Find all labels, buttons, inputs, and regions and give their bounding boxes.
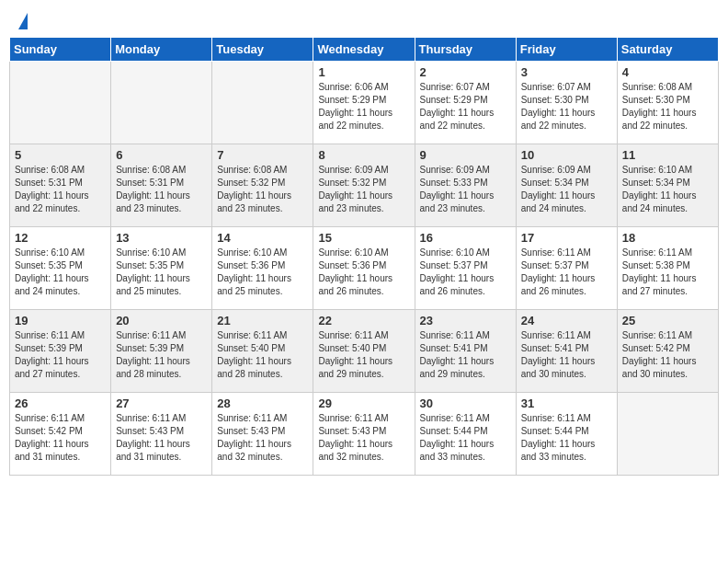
day-info: Sunrise: 6:10 AMSunset: 5:35 PMDaylight:… — [116, 247, 207, 298]
day-number: 2 — [420, 65, 511, 79]
weekday-header: Sunday — [10, 38, 111, 62]
calendar-day-cell: 2Sunrise: 6:07 AMSunset: 5:29 PMDaylight… — [415, 62, 516, 144]
day-info: Sunrise: 6:06 AMSunset: 5:29 PMDaylight:… — [318, 81, 409, 132]
calendar-week-row: 12Sunrise: 6:10 AMSunset: 5:35 PMDayligh… — [10, 227, 719, 310]
day-number: 27 — [116, 396, 207, 410]
calendar-day-cell: 28Sunrise: 6:11 AMSunset: 5:43 PMDayligh… — [212, 393, 313, 476]
day-number: 8 — [318, 148, 409, 162]
day-info: Sunrise: 6:08 AMSunset: 5:31 PMDaylight:… — [116, 164, 207, 215]
calendar-day-cell: 30Sunrise: 6:11 AMSunset: 5:44 PMDayligh… — [415, 393, 516, 476]
day-number: 9 — [420, 148, 511, 162]
calendar-week-row: 5Sunrise: 6:08 AMSunset: 5:31 PMDaylight… — [10, 144, 719, 227]
day-number: 23 — [420, 314, 511, 327]
calendar-day-cell: 16Sunrise: 6:10 AMSunset: 5:37 PMDayligh… — [415, 227, 516, 310]
day-info: Sunrise: 6:11 AMSunset: 5:43 PMDaylight:… — [116, 412, 207, 464]
day-info: Sunrise: 6:08 AMSunset: 5:30 PMDaylight:… — [622, 81, 713, 132]
day-number: 30 — [420, 396, 511, 410]
calendar-day-cell: 22Sunrise: 6:11 AMSunset: 5:40 PMDayligh… — [313, 310, 415, 393]
weekday-header: Monday — [111, 38, 212, 62]
calendar-header-row: SundayMondayTuesdayWednesdayThursdayFrid… — [10, 38, 719, 62]
day-info: Sunrise: 6:11 AMSunset: 5:40 PMDaylight:… — [318, 329, 409, 381]
calendar-day-cell: 15Sunrise: 6:10 AMSunset: 5:36 PMDayligh… — [313, 227, 415, 310]
page-header — [9, 9, 719, 29]
calendar-day-cell: 4Sunrise: 6:08 AMSunset: 5:30 PMDaylight… — [617, 62, 718, 144]
day-info: Sunrise: 6:11 AMSunset: 5:39 PMDaylight:… — [116, 329, 207, 381]
calendar-day-cell: 19Sunrise: 6:11 AMSunset: 5:39 PMDayligh… — [10, 310, 111, 393]
calendar-day-cell: 1Sunrise: 6:06 AMSunset: 5:29 PMDaylight… — [313, 62, 415, 144]
day-info: Sunrise: 6:09 AMSunset: 5:33 PMDaylight:… — [420, 164, 511, 215]
day-number: 19 — [15, 314, 106, 327]
calendar-week-row: 26Sunrise: 6:11 AMSunset: 5:42 PMDayligh… — [10, 393, 719, 476]
day-number: 12 — [15, 231, 106, 245]
day-number: 5 — [15, 148, 106, 162]
day-number: 16 — [420, 231, 511, 245]
calendar-table: SundayMondayTuesdayWednesdayThursdayFrid… — [9, 37, 719, 476]
day-info: Sunrise: 6:11 AMSunset: 5:42 PMDaylight:… — [622, 329, 713, 381]
calendar-week-row: 1Sunrise: 6:06 AMSunset: 5:29 PMDaylight… — [10, 62, 719, 144]
day-info: Sunrise: 6:11 AMSunset: 5:44 PMDaylight:… — [521, 412, 612, 464]
calendar-day-cell: 25Sunrise: 6:11 AMSunset: 5:42 PMDayligh… — [617, 310, 718, 393]
day-number: 20 — [116, 314, 207, 327]
day-info: Sunrise: 6:11 AMSunset: 5:42 PMDaylight:… — [15, 412, 106, 464]
calendar-day-cell: 5Sunrise: 6:08 AMSunset: 5:31 PMDaylight… — [10, 144, 111, 227]
day-info: Sunrise: 6:07 AMSunset: 5:30 PMDaylight:… — [521, 81, 612, 132]
day-info: Sunrise: 6:07 AMSunset: 5:29 PMDaylight:… — [420, 81, 511, 132]
day-info: Sunrise: 6:09 AMSunset: 5:32 PMDaylight:… — [318, 164, 409, 215]
day-number: 13 — [116, 231, 207, 245]
day-info: Sunrise: 6:10 AMSunset: 5:36 PMDaylight:… — [217, 247, 308, 298]
day-number: 14 — [217, 231, 308, 245]
day-number: 6 — [116, 148, 207, 162]
day-number: 4 — [622, 65, 713, 79]
calendar-day-cell: 3Sunrise: 6:07 AMSunset: 5:30 PMDaylight… — [516, 62, 617, 144]
calendar-day-cell: 8Sunrise: 6:09 AMSunset: 5:32 PMDaylight… — [313, 144, 415, 227]
day-info: Sunrise: 6:10 AMSunset: 5:37 PMDaylight:… — [420, 247, 511, 298]
day-info: Sunrise: 6:10 AMSunset: 5:34 PMDaylight:… — [622, 164, 713, 215]
day-number: 17 — [521, 231, 612, 245]
day-info: Sunrise: 6:10 AMSunset: 5:36 PMDaylight:… — [318, 247, 409, 298]
calendar-day-cell — [212, 62, 313, 144]
day-info: Sunrise: 6:11 AMSunset: 5:41 PMDaylight:… — [420, 329, 511, 381]
calendar-day-cell: 18Sunrise: 6:11 AMSunset: 5:38 PMDayligh… — [617, 227, 718, 310]
day-info: Sunrise: 6:11 AMSunset: 5:44 PMDaylight:… — [420, 412, 511, 464]
day-info: Sunrise: 6:08 AMSunset: 5:31 PMDaylight:… — [15, 164, 106, 215]
weekday-header: Friday — [516, 38, 617, 62]
calendar-day-cell: 24Sunrise: 6:11 AMSunset: 5:41 PMDayligh… — [516, 310, 617, 393]
calendar-day-cell: 7Sunrise: 6:08 AMSunset: 5:32 PMDaylight… — [212, 144, 313, 227]
day-number: 1 — [318, 65, 409, 79]
day-number: 24 — [521, 314, 612, 327]
day-info: Sunrise: 6:11 AMSunset: 5:37 PMDaylight:… — [521, 247, 612, 298]
day-number: 7 — [217, 148, 308, 162]
weekday-header: Thursday — [415, 38, 516, 62]
day-info: Sunrise: 6:11 AMSunset: 5:39 PMDaylight:… — [15, 329, 106, 381]
calendar-day-cell: 20Sunrise: 6:11 AMSunset: 5:39 PMDayligh… — [111, 310, 212, 393]
calendar-day-cell: 6Sunrise: 6:08 AMSunset: 5:31 PMDaylight… — [111, 144, 212, 227]
calendar-day-cell: 14Sunrise: 6:10 AMSunset: 5:36 PMDayligh… — [212, 227, 313, 310]
day-info: Sunrise: 6:11 AMSunset: 5:43 PMDaylight:… — [217, 412, 308, 464]
calendar-day-cell: 23Sunrise: 6:11 AMSunset: 5:41 PMDayligh… — [415, 310, 516, 393]
day-number: 28 — [217, 396, 308, 410]
day-number: 21 — [217, 314, 308, 327]
calendar-day-cell — [617, 393, 718, 476]
day-number: 31 — [521, 396, 612, 410]
calendar-day-cell — [111, 62, 212, 144]
calendar-day-cell: 9Sunrise: 6:09 AMSunset: 5:33 PMDaylight… — [415, 144, 516, 227]
calendar-day-cell: 31Sunrise: 6:11 AMSunset: 5:44 PMDayligh… — [516, 393, 617, 476]
day-number: 25 — [622, 314, 713, 327]
logo-triangle-icon — [18, 13, 28, 29]
calendar-day-cell: 17Sunrise: 6:11 AMSunset: 5:37 PMDayligh… — [516, 227, 617, 310]
day-number: 3 — [521, 65, 612, 79]
day-info: Sunrise: 6:09 AMSunset: 5:34 PMDaylight:… — [521, 164, 612, 215]
day-number: 26 — [15, 396, 106, 410]
day-number: 22 — [318, 314, 409, 327]
calendar-day-cell: 26Sunrise: 6:11 AMSunset: 5:42 PMDayligh… — [10, 393, 111, 476]
weekday-header: Saturday — [617, 38, 718, 62]
calendar-day-cell: 11Sunrise: 6:10 AMSunset: 5:34 PMDayligh… — [617, 144, 718, 227]
day-number: 18 — [622, 231, 713, 245]
weekday-header: Wednesday — [313, 38, 415, 62]
calendar-day-cell — [10, 62, 111, 144]
day-number: 10 — [521, 148, 612, 162]
calendar-day-cell: 13Sunrise: 6:10 AMSunset: 5:35 PMDayligh… — [111, 227, 212, 310]
day-info: Sunrise: 6:10 AMSunset: 5:35 PMDaylight:… — [15, 247, 106, 298]
day-number: 29 — [318, 396, 409, 410]
calendar-day-cell: 21Sunrise: 6:11 AMSunset: 5:40 PMDayligh… — [212, 310, 313, 393]
